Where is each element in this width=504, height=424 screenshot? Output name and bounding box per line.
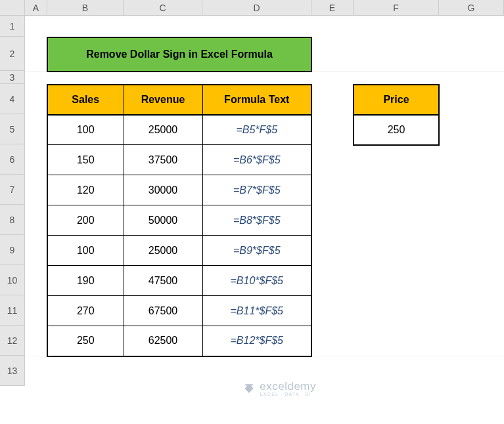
cell-D7[interactable]: =B7*$F$5 <box>202 175 311 205</box>
cell-B9[interactable]: 100 <box>47 236 124 266</box>
select-all-corner[interactable] <box>0 0 25 15</box>
cell-D10[interactable]: =B10*$F$5 <box>202 266 311 296</box>
cells-table: Remove Dollar Sign in Excel Formula Sale… <box>25 16 504 387</box>
row-header-4[interactable]: 4 <box>0 84 25 114</box>
cell-C12[interactable]: 62500 <box>124 326 202 356</box>
row-header-6[interactable]: 6 <box>0 144 25 175</box>
col-header-F[interactable]: F <box>354 0 439 15</box>
grid-area: Remove Dollar Sign in Excel Formula Sale… <box>25 16 504 424</box>
cell-C6[interactable]: 37500 <box>124 145 202 175</box>
header-revenue[interactable]: Revenue <box>124 85 202 115</box>
cell-B11[interactable]: 270 <box>47 296 124 326</box>
cell-C8[interactable]: 50000 <box>124 205 202 236</box>
watermark-brand: exceldemy <box>260 380 316 392</box>
col-header-G[interactable]: G <box>439 0 504 15</box>
row-header-7[interactable]: 7 <box>0 175 25 205</box>
col-header-E[interactable]: E <box>311 0 354 15</box>
row-header-col: 1 2 3 4 5 6 7 8 9 10 11 12 13 <box>0 16 25 386</box>
col-header-B[interactable]: B <box>47 0 124 15</box>
title-cell[interactable]: Remove Dollar Sign in Excel Formula <box>47 37 311 72</box>
cell-C11[interactable]: 67500 <box>124 296 202 326</box>
row-header-1[interactable]: 1 <box>0 16 25 37</box>
cell-C7[interactable]: 30000 <box>124 175 202 205</box>
cell-D8[interactable]: =B8*$F$5 <box>202 205 311 236</box>
row-header-12[interactable]: 12 <box>0 326 25 356</box>
cell-D5[interactable]: =B5*F$5 <box>202 115 311 145</box>
cell-B10[interactable]: 190 <box>47 266 124 296</box>
cell-D6[interactable]: =B6*$F$5 <box>202 145 311 175</box>
cell-B12[interactable]: 250 <box>47 326 124 356</box>
row-header-3[interactable]: 3 <box>0 71 25 84</box>
spreadsheet-view: A B C D E F G 1 2 3 4 5 6 7 8 9 10 11 12… <box>0 0 504 424</box>
col-header-A[interactable]: A <box>25 0 47 15</box>
header-formula-text[interactable]: Formula Text <box>202 85 311 115</box>
cell-C5[interactable]: 25000 <box>124 115 202 145</box>
header-sales[interactable]: Sales <box>47 85 124 115</box>
cell-C9[interactable]: 25000 <box>124 236 202 266</box>
row-header-2[interactable]: 2 <box>0 37 25 71</box>
cell-B8[interactable]: 200 <box>47 205 124 236</box>
cell-B7[interactable]: 120 <box>47 175 124 205</box>
col-header-C[interactable]: C <box>124 0 202 15</box>
cell-D9[interactable]: =B9*$F$5 <box>202 236 311 266</box>
header-price[interactable]: Price <box>354 85 439 115</box>
row-header-8[interactable]: 8 <box>0 205 25 235</box>
cell-C10[interactable]: 47500 <box>124 266 202 296</box>
row-header-13[interactable]: 13 <box>0 356 25 386</box>
cell-D12[interactable]: =B12*$F$5 <box>202 326 311 356</box>
row-header-11[interactable]: 11 <box>0 295 25 326</box>
col-header-D[interactable]: D <box>202 0 311 15</box>
row-header-9[interactable]: 9 <box>0 235 25 265</box>
watermark: exceldemy EXCEL · DATA · BI <box>242 380 316 396</box>
column-header-row: A B C D E F G <box>0 0 504 16</box>
cell-B6[interactable]: 150 <box>47 145 124 175</box>
row-header-5[interactable]: 5 <box>0 114 25 144</box>
cell-B5[interactable]: 100 <box>47 115 124 145</box>
row-header-10[interactable]: 10 <box>0 265 25 295</box>
watermark-tag: EXCEL · DATA · BI <box>260 392 316 396</box>
cell-F5[interactable]: 250 <box>354 115 439 145</box>
watermark-logo-icon <box>242 382 256 395</box>
cell-D11[interactable]: =B11*$F$5 <box>202 296 311 326</box>
